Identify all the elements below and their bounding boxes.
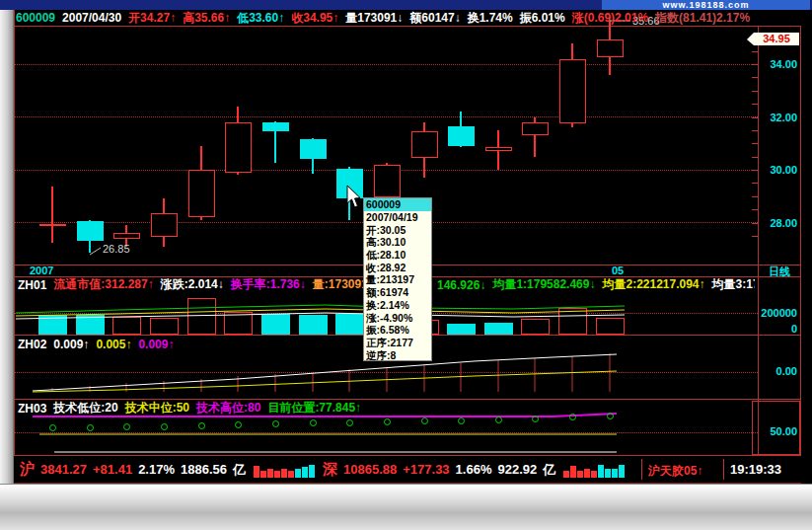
quote-info-bar: 6000092007/04/30开34.27↑高35.66↑低33.60↑收34… xyxy=(16,10,750,26)
text-segment: 10865.88 xyxy=(343,462,397,477)
indicator-dot xyxy=(346,419,353,426)
text-segment: 高35.66↑ xyxy=(183,10,230,27)
axis-tick xyxy=(752,157,758,158)
text-segment: 涨(0.69)2.01% xyxy=(572,10,648,27)
text-segment: 量:173091 xyxy=(313,276,368,293)
candle[interactable] xyxy=(225,122,252,173)
candle[interactable] xyxy=(411,131,438,158)
y-axis-label: 32.00 xyxy=(760,112,797,123)
mini-volume-bar xyxy=(612,469,618,478)
mini-volume-bars xyxy=(254,462,315,478)
zh03-axis-label: 50.00 xyxy=(760,425,797,437)
text-segment: 振6.01% xyxy=(520,10,565,27)
tooltip-row: 高:30.10 xyxy=(364,236,431,249)
candle-wick xyxy=(51,187,53,243)
indicator-dot xyxy=(458,417,465,424)
low-annotation: 26.85 xyxy=(103,243,130,255)
zh01-label-row-right: 146.926↓均量1:179582.469↓均量2:221217.094↑均量… xyxy=(437,278,755,291)
candle[interactable] xyxy=(559,59,586,123)
gridline xyxy=(15,116,758,117)
futures-quote-label: 沪天胶05↑ xyxy=(648,463,702,480)
text-segment: +177.33 xyxy=(403,462,449,477)
candle[interactable] xyxy=(374,165,401,197)
axis-tick xyxy=(752,143,758,144)
candle[interactable] xyxy=(522,122,549,135)
text-segment: ZH01 xyxy=(18,278,46,292)
text-segment: 亿 xyxy=(233,461,246,479)
tooltip-row: 收:28.92 xyxy=(364,262,431,274)
axis-tick xyxy=(752,64,758,65)
tooltip-rows: 2007/04/19开:30.05高:30.10低:28.10收:28.92量:… xyxy=(364,211,431,361)
candle[interactable] xyxy=(113,233,140,239)
text-segment: 0.009↑ xyxy=(53,338,89,351)
clock: 19:19:33 xyxy=(730,462,781,477)
indicator-dot xyxy=(532,416,539,422)
candle[interactable] xyxy=(151,213,178,237)
axis-tick xyxy=(752,104,758,105)
candle[interactable] xyxy=(336,169,363,198)
text-segment: 低33.60↑ xyxy=(237,10,284,27)
text-segment: ZH03 xyxy=(18,402,46,416)
indicator-line xyxy=(16,305,625,313)
last-price-tag: 34.95 xyxy=(754,33,799,45)
mini-volume-bar xyxy=(591,471,597,478)
mini-volume-bar xyxy=(267,469,273,478)
mini-volume-bars xyxy=(563,462,625,478)
text-segment: 深 xyxy=(323,460,337,479)
tooltip-row: 额:61974 xyxy=(364,286,431,299)
x-axis-year-label: 2007 xyxy=(30,265,53,276)
gridline xyxy=(15,372,758,373)
volume-axis-zero-label: 0 xyxy=(760,323,797,335)
candle[interactable] xyxy=(262,122,289,131)
volume-bar xyxy=(261,314,290,335)
text-segment: 量173091↓ xyxy=(345,10,403,27)
axis-tick xyxy=(752,183,758,184)
candle[interactable] xyxy=(485,147,512,151)
candle[interactable] xyxy=(300,139,327,159)
y-axis-label: 30.00 xyxy=(760,164,797,176)
stock-app-window: www.198188.com 6000092007/04/30开34.27↑高3… xyxy=(0,0,812,530)
axis-tick xyxy=(752,117,758,118)
gridline xyxy=(15,432,758,433)
volume-bar xyxy=(224,312,253,335)
volume-bar xyxy=(187,298,216,335)
volume-bar xyxy=(558,308,587,335)
zh01-label-row: ZH01流通市值:312.287↑涨跌:2.014↓换手率:1.736↓量:17… xyxy=(18,278,368,291)
mini-volume-bar xyxy=(563,471,569,478)
candle[interactable] xyxy=(39,224,66,226)
player-bar: 05:03 / 16:57 xyxy=(0,484,812,530)
volume-bar xyxy=(596,318,625,335)
axis-tick xyxy=(752,51,758,52)
axis-tick xyxy=(752,91,758,92)
candle[interactable] xyxy=(597,39,624,57)
axis-tick xyxy=(752,223,758,224)
tooltip-symbol: 600009 xyxy=(364,198,431,211)
axis-tick xyxy=(752,209,758,210)
market-index-values: 沪3841.27+81.412.17%1886.56亿深10865.88+177… xyxy=(20,459,627,480)
mini-volume-bar xyxy=(254,466,259,478)
y-axis-label: 34.00 xyxy=(760,58,797,70)
mini-volume-bar xyxy=(598,465,604,478)
zh02-axis-label: 0.00 xyxy=(760,365,797,377)
mini-volume-bar xyxy=(605,469,611,478)
indicator-dot xyxy=(49,424,56,431)
candle[interactable] xyxy=(77,221,104,241)
mini-volume-bar xyxy=(288,471,294,478)
tooltip-row: 正序:2177 xyxy=(364,337,431,349)
tooltip-row: 逆序:8 xyxy=(364,349,431,362)
period-label[interactable]: 日线 xyxy=(760,265,799,279)
mini-volume-bar xyxy=(584,469,590,478)
text-segment: 600009 xyxy=(16,11,55,25)
tooltip-row: 换:2.14% xyxy=(364,299,431,312)
indicator-dot xyxy=(421,417,428,424)
text-segment: 沪 xyxy=(20,460,35,479)
candle[interactable] xyxy=(448,126,475,146)
zh03-label-row: ZH03技术低位:20技术中位:50技术高位:80目前位置:77.845↑ xyxy=(18,402,361,415)
tooltip-row: 低:28.10 xyxy=(364,249,431,262)
indicator-dot xyxy=(272,420,279,427)
indicator-dot xyxy=(123,423,130,430)
text-segment: 技术低位:20 xyxy=(53,400,117,416)
mini-volume-bar xyxy=(295,469,301,478)
candle[interactable] xyxy=(188,170,215,217)
text-segment: 均量3:1756 xyxy=(712,278,755,291)
